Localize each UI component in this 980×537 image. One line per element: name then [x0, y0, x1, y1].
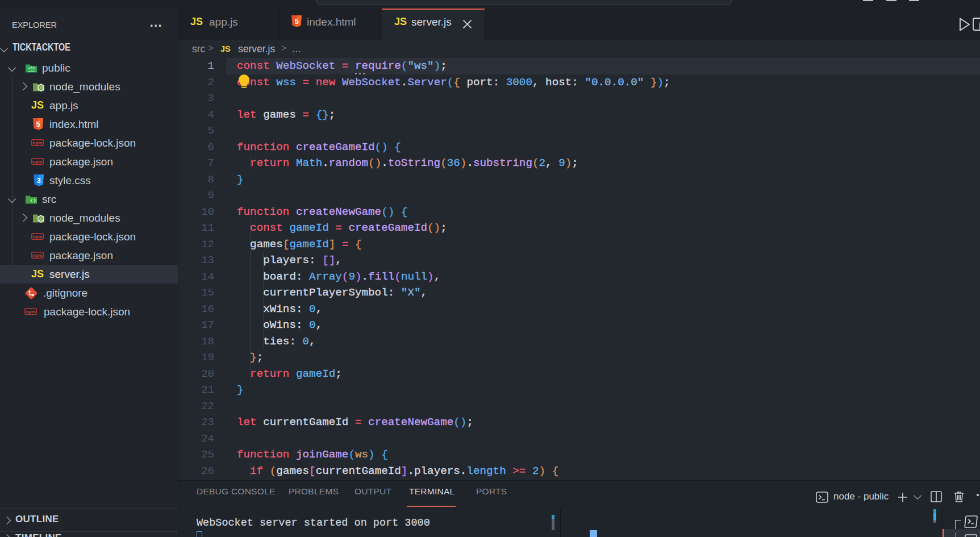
svg-text:JS: JS — [39, 217, 43, 221]
svg-text:npm: npm — [33, 253, 43, 258]
svg-text:JS: JS — [39, 86, 43, 90]
svg-text:5: 5 — [294, 17, 298, 26]
svg-text:npm: npm — [33, 234, 43, 239]
svg-text:npm: npm — [33, 159, 43, 164]
svg-text:npm: npm — [33, 140, 43, 145]
svg-text:3: 3 — [36, 176, 40, 185]
svg-text:5: 5 — [36, 120, 40, 128]
svg-text:npm: npm — [26, 309, 36, 314]
